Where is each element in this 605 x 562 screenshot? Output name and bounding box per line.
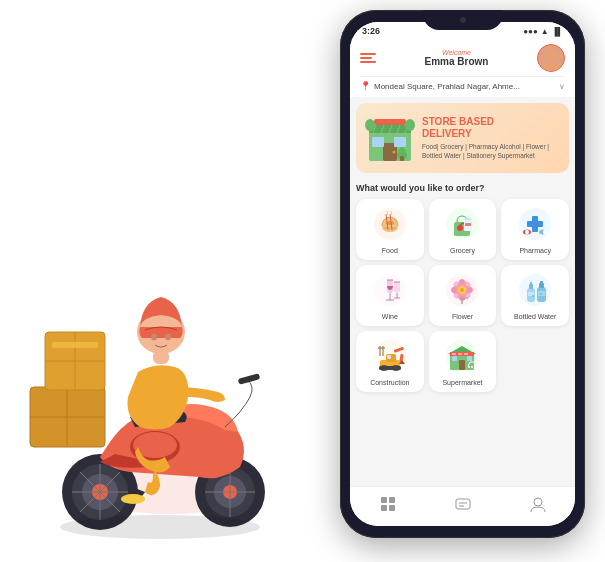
- category-pharmacy[interactable]: Pharmacy: [501, 199, 569, 260]
- svg-rect-109: [452, 353, 456, 355]
- svg-point-60: [525, 230, 529, 235]
- wine-label: Wine: [382, 313, 398, 320]
- category-grocery[interactable]: Grocery: [429, 199, 497, 260]
- hamburger-menu[interactable]: [360, 53, 376, 63]
- svg-point-80: [519, 274, 551, 306]
- svg-rect-15: [238, 373, 261, 384]
- category-flower[interactable]: Flower: [429, 265, 497, 326]
- grocery-label: Grocery: [450, 247, 475, 254]
- phone-outer: 3:26 ●●● ▲ ▐▌ Welcome Emm: [340, 10, 585, 538]
- wine-icon: [371, 271, 409, 309]
- categories-title: What would you like to order?: [356, 183, 569, 193]
- battery-icon: ▐▌: [552, 27, 563, 36]
- svg-rect-115: [389, 497, 395, 503]
- categories-section: What would you like to order?: [350, 179, 575, 486]
- svg-point-90: [540, 293, 542, 295]
- svg-rect-26: [52, 342, 98, 348]
- svg-point-30: [151, 334, 157, 341]
- header-top: Welcome Emma Brown: [360, 44, 565, 72]
- svg-point-41: [365, 119, 375, 131]
- svg-point-54: [457, 225, 463, 231]
- location-pin-icon: 📍: [360, 81, 371, 91]
- svg-rect-97: [387, 355, 391, 359]
- phone-screen: 3:26 ●●● ▲ ▐▌ Welcome Emm: [350, 22, 575, 526]
- svg-rect-83: [530, 282, 532, 285]
- svg-point-32: [60, 515, 260, 539]
- svg-rect-116: [381, 505, 387, 511]
- food-label: Food: [382, 247, 398, 254]
- home-nav-icon: [379, 495, 397, 516]
- category-food[interactable]: Food: [356, 199, 424, 260]
- bottom-navigation: [350, 486, 575, 526]
- nav-home[interactable]: [369, 493, 407, 518]
- svg-point-121: [534, 498, 542, 506]
- status-time: 3:26: [362, 26, 380, 36]
- svg-point-89: [532, 295, 534, 297]
- svg-rect-40: [374, 119, 406, 125]
- bottled-water-label: Bottled Water: [514, 313, 556, 320]
- svg-point-42: [405, 119, 415, 131]
- construction-label: Construction: [370, 379, 409, 386]
- svg-point-27: [121, 494, 145, 504]
- location-dropdown-icon[interactable]: ∨: [559, 82, 565, 91]
- supermarket-icon: [443, 337, 481, 375]
- svg-point-79: [460, 288, 464, 292]
- user-avatar[interactable]: [537, 44, 565, 72]
- category-supermarket[interactable]: Supermarket: [429, 331, 497, 392]
- category-construction[interactable]: Construction: [356, 331, 424, 392]
- profile-nav-icon: [529, 495, 547, 516]
- delivery-illustration: [0, 132, 290, 562]
- svg-rect-106: [452, 356, 457, 361]
- svg-point-113: [471, 366, 473, 368]
- svg-point-37: [393, 151, 396, 154]
- user-name: Emma Brown: [425, 56, 489, 67]
- phone-device: 3:26 ●●● ▲ ▐▌ Welcome Emm: [340, 10, 585, 540]
- svg-rect-117: [389, 505, 395, 511]
- svg-rect-107: [467, 356, 472, 361]
- svg-rect-111: [464, 353, 468, 355]
- flower-label: Flower: [452, 313, 473, 320]
- banner-content: STORE BASEDDELIVERY Food| Grocery | Phar…: [422, 116, 561, 160]
- banner-title: STORE BASEDDELIVERY: [422, 116, 561, 140]
- user-info: Welcome Emma Brown: [425, 49, 489, 67]
- wifi-icon: ▲: [541, 27, 549, 36]
- pharmacy-label: Pharmacy: [519, 247, 551, 254]
- welcome-label: Welcome: [442, 49, 471, 56]
- food-icon: [371, 205, 409, 243]
- status-icons: ●●● ▲ ▐▌: [523, 27, 563, 36]
- signal-icon: ●●●: [523, 27, 538, 36]
- grocery-icon: [443, 205, 481, 243]
- orders-nav-icon: [454, 495, 472, 516]
- svg-point-31: [165, 334, 171, 341]
- category-bottled-water[interactable]: Bottled Water: [501, 265, 569, 326]
- svg-rect-53: [465, 223, 471, 226]
- svg-rect-38: [372, 137, 384, 147]
- svg-rect-95: [379, 366, 401, 370]
- banner-title-highlight: STORE: [422, 116, 456, 127]
- svg-point-112: [468, 366, 470, 368]
- flower-icon: [443, 271, 481, 309]
- svg-rect-105: [459, 360, 465, 370]
- svg-rect-114: [381, 497, 387, 503]
- svg-rect-110: [458, 353, 462, 355]
- nav-profile[interactable]: [519, 493, 557, 518]
- banner-illustration: [364, 111, 416, 165]
- svg-rect-39: [394, 137, 406, 147]
- svg-point-33: [545, 49, 557, 61]
- category-wine[interactable]: Wine: [356, 265, 424, 326]
- construction-icon: [371, 337, 409, 375]
- nav-orders[interactable]: [444, 493, 482, 518]
- svg-rect-44: [400, 156, 404, 161]
- categories-grid: Food: [356, 199, 569, 392]
- location-text: Mondeal Square, Prahlad Nagar, Ahme...: [374, 82, 556, 91]
- svg-rect-58: [527, 221, 543, 227]
- phone-notch: [423, 10, 503, 30]
- store-delivery-banner[interactable]: STORE BASEDDELIVERY Food| Grocery | Phar…: [356, 103, 569, 173]
- svg-point-62: [543, 230, 547, 235]
- location-row[interactable]: 📍 Mondeal Square, Prahlad Nagar, Ahme...…: [360, 76, 565, 91]
- bottled-water-icon: [516, 271, 554, 309]
- svg-rect-87: [540, 281, 543, 284]
- app-header: Welcome Emma Brown 📍 Mondeal Square, Pra…: [350, 40, 575, 97]
- supermarket-label: Supermarket: [442, 379, 482, 386]
- pharmacy-icon: [516, 205, 554, 243]
